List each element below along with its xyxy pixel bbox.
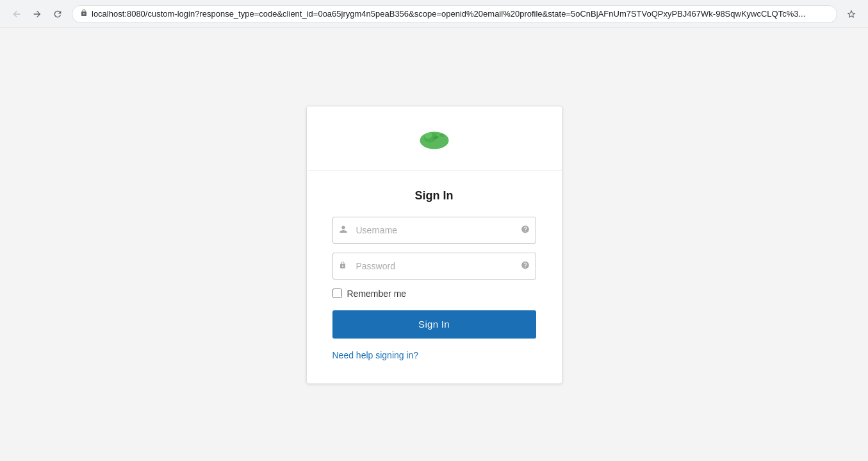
username-input[interactable] [332,217,536,244]
card-body: Sign In [307,171,562,383]
address-bar[interactable]: localhost:8080/custom-login?response_typ… [72,5,837,23]
card-header [307,106,562,171]
url-text: localhost:8080/custom-login?response_typ… [92,9,805,19]
page-content: Sign In [0,28,868,461]
lock-icon [80,8,88,19]
password-input[interactable] [332,253,536,280]
app-logo [415,124,454,153]
password-group [332,253,536,280]
password-help-icon[interactable] [521,260,530,271]
remember-row: Remember me [332,289,536,299]
help-signing-in-link[interactable]: Need help signing in? [332,350,536,360]
sign-in-title: Sign In [332,189,536,203]
remember-label[interactable]: Remember me [347,289,407,299]
login-card: Sign In [306,106,562,384]
username-help-icon[interactable] [521,224,530,235]
username-group [332,217,536,244]
back-button[interactable] [8,5,26,23]
nav-buttons [8,5,67,23]
sign-in-button[interactable]: Sign In [332,310,536,339]
remember-checkbox[interactable] [332,289,342,298]
bookmark-button[interactable] [842,5,860,23]
browser-chrome: localhost:8080/custom-login?response_typ… [0,0,868,28]
forward-button[interactable] [28,5,46,23]
reload-button[interactable] [49,5,67,23]
